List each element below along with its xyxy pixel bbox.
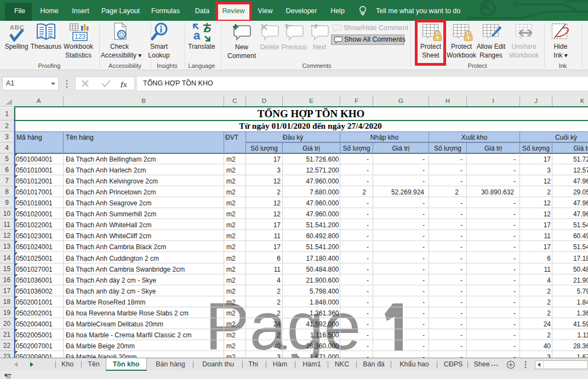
svg-text:a: a xyxy=(193,28,201,42)
svg-text:fx: fx xyxy=(121,81,127,88)
svg-text:123: 123 xyxy=(75,33,85,41)
